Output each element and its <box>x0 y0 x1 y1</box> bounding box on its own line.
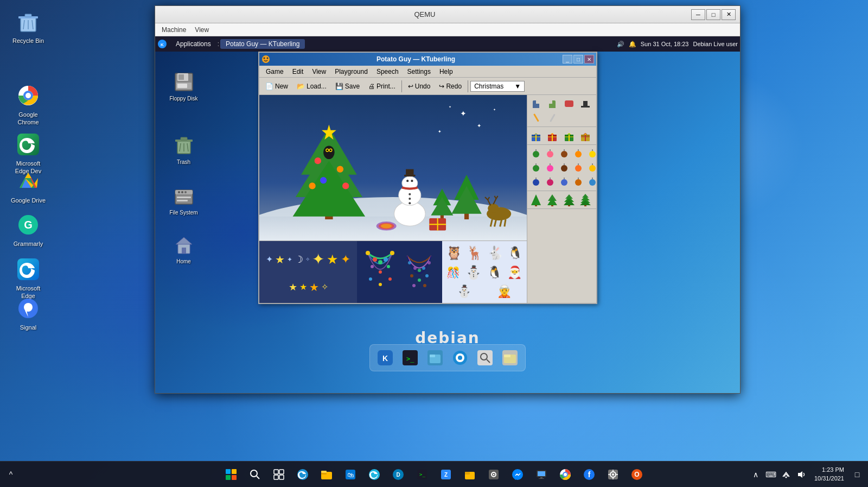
kt-ball-brown-2[interactable] <box>558 161 571 174</box>
qemu-close-button[interactable]: ✕ <box>722 9 736 20</box>
kt-redo-button[interactable]: ↪ Redo <box>435 81 465 92</box>
char-rabbit[interactable]: 🐇 <box>487 245 503 261</box>
keyboard-icon[interactable]: ⌨ <box>764 468 777 481</box>
star-1[interactable]: ★ <box>275 253 285 266</box>
big-star-2[interactable]: ✦ <box>341 252 350 267</box>
kt-tree-tall[interactable] <box>579 193 592 206</box>
char-deer[interactable]: 🦌 <box>467 245 483 261</box>
kt-tree-small-1[interactable] <box>529 193 542 206</box>
qemu-minimize-button[interactable]: ─ <box>691 9 705 20</box>
taskbar-messenger[interactable] <box>507 464 528 485</box>
taskbar-dell[interactable]: D <box>387 464 409 485</box>
kt-undo-button[interactable]: ↩ Undo <box>404 81 435 92</box>
char-snowman-2[interactable]: ⛄ <box>457 284 471 299</box>
garland-svg[interactable] <box>365 248 395 296</box>
taskbar-settings-app[interactable] <box>483 464 505 485</box>
debian-ktuberling-btn[interactable]: Potato Guy — KTuberling <box>220 39 305 49</box>
kt-menu-playground[interactable]: Playground <box>330 67 372 77</box>
kt-ball-pink-3[interactable] <box>544 175 557 188</box>
char-snowman[interactable]: ⛄ <box>465 265 482 280</box>
start-button[interactable] <box>220 464 242 485</box>
star-5[interactable]: ✧ <box>321 282 328 292</box>
taskbar-orange-app[interactable]: O <box>626 464 648 485</box>
star-sparkle-3[interactable]: ✧ <box>305 256 310 262</box>
kt-menu-settings[interactable]: Settings <box>403 67 435 77</box>
taskbar-edge[interactable] <box>292 464 314 485</box>
dock-files[interactable] <box>424 347 446 369</box>
kt-item-boot-2[interactable] <box>546 97 559 110</box>
kt-ball-orange-1[interactable] <box>572 147 585 160</box>
ktuberling-close-button[interactable]: ✕ <box>584 55 594 64</box>
star-sparkle-1[interactable]: ✦ <box>266 254 273 264</box>
char-penguin-2[interactable]: 🐧 <box>487 265 502 280</box>
kt-item-gift-red[interactable] <box>546 129 559 142</box>
system-clock[interactable]: 1:23 PM 10/31/2021 <box>810 464 848 485</box>
desktop-icon-grammarly[interactable]: G Grammarly <box>7 210 50 250</box>
taskbar-folder-app[interactable] <box>459 464 481 485</box>
kt-item-gift-blue[interactable] <box>529 129 542 142</box>
kt-ball-green-2[interactable] <box>529 161 542 174</box>
garland-2-svg[interactable] <box>404 248 434 296</box>
kt-menu-help[interactable]: Help <box>435 67 457 77</box>
kt-item-accessory-3[interactable] <box>563 97 576 110</box>
char-owl[interactable]: 🦉 <box>446 245 462 261</box>
taskbar-search[interactable] <box>244 464 266 485</box>
kt-ball-orange-4[interactable] <box>572 175 585 188</box>
desktop-icon-chrome[interactable]: Google Chrome <box>7 80 50 129</box>
taskbar-taskview[interactable] <box>268 464 290 485</box>
kt-theme-dropdown[interactable]: Christmas ▼ <box>470 81 525 92</box>
qemu-menu-machine[interactable]: Machine <box>157 25 190 35</box>
kt-menu-speech[interactable]: Speech <box>372 67 403 77</box>
taskbar-file-explorer[interactable] <box>316 464 337 485</box>
kt-canvas[interactable]: ✦ ✦ ✦ ✦ ✦ <box>259 95 527 303</box>
kt-save-button[interactable]: 💾 Save <box>331 81 363 92</box>
network-icon[interactable] <box>780 468 793 481</box>
star-3[interactable]: ★ <box>299 282 307 292</box>
desktop-icon-gdrive[interactable]: Google Drive <box>7 166 50 206</box>
taskbar-chrome-app[interactable] <box>554 464 576 485</box>
debian-applications-menu[interactable]: Applications <box>170 39 216 49</box>
kt-menu-view[interactable]: View <box>308 67 330 77</box>
kt-tree-small-2[interactable] <box>546 193 559 206</box>
system-tray-hidden[interactable]: ∧ <box>749 468 762 481</box>
kt-ball-pink-1[interactable] <box>544 147 557 160</box>
star-2[interactable]: ★ <box>289 281 297 293</box>
kt-print-button[interactable]: 🖨 Print... <box>365 81 399 92</box>
ktuberling-maximize-button[interactable]: □ <box>573 55 583 64</box>
kt-new-button[interactable]: 📄 New <box>261 81 292 92</box>
kt-ball-yellow-1[interactable] <box>586 147 596 160</box>
char-santa[interactable]: 🎅 <box>507 265 522 280</box>
desktop-icon-recycle-bin[interactable]: Recycle Bin <box>7 7 50 47</box>
kt-ball-blue-2[interactable] <box>558 175 571 188</box>
taskbar-zoom[interactable]: Z <box>435 464 457 485</box>
big-star-1[interactable]: ★ <box>327 252 339 267</box>
taskbar-facebook-app[interactable]: f <box>578 464 600 485</box>
kt-load-button[interactable]: 📂 Load... <box>293 81 330 92</box>
taskbar-system-settings[interactable] <box>602 464 624 485</box>
taskbar-store[interactable]: 🛍 <box>340 464 361 485</box>
debian-volume-icon[interactable]: 🔊 <box>617 41 624 48</box>
kt-item-gift-green[interactable] <box>563 129 576 142</box>
debian-notification-icon[interactable]: 🔔 <box>629 41 636 48</box>
char-penguin[interactable]: 🐧 <box>508 246 522 260</box>
qemu-menu-view[interactable]: View <box>190 25 213 35</box>
moon-icon[interactable]: ☽ <box>295 254 303 265</box>
dock-terminal[interactable]: >_ <box>399 347 421 369</box>
kt-ball-blue-1[interactable] <box>529 175 542 188</box>
char-gnome[interactable]: 🧝 <box>497 284 512 299</box>
kt-ball-blue-3[interactable] <box>586 175 596 188</box>
kt-ball-green-1[interactable] <box>529 147 542 160</box>
kt-item-pen-1[interactable] <box>529 111 542 124</box>
debian-icon-floppy[interactable]: Floppy Disk <box>163 68 204 104</box>
kt-ball-yellow-2[interactable] <box>586 161 596 174</box>
taskbar-tray-hidden[interactable]: ^ <box>4 468 17 481</box>
kt-ball-brown-1[interactable] <box>558 147 571 160</box>
qemu-maximize-button[interactable]: □ <box>706 9 720 20</box>
volume-icon[interactable] <box>795 468 808 481</box>
shooting-star[interactable]: ✦ <box>312 250 324 268</box>
ktuberling-minimize-button[interactable]: _ <box>563 55 572 64</box>
kt-menu-game[interactable]: Game <box>261 67 288 77</box>
kt-ball-pink-2[interactable] <box>544 161 557 174</box>
kt-item-pen-2[interactable] <box>546 111 559 124</box>
kt-menu-edit[interactable]: Edit <box>288 67 308 77</box>
